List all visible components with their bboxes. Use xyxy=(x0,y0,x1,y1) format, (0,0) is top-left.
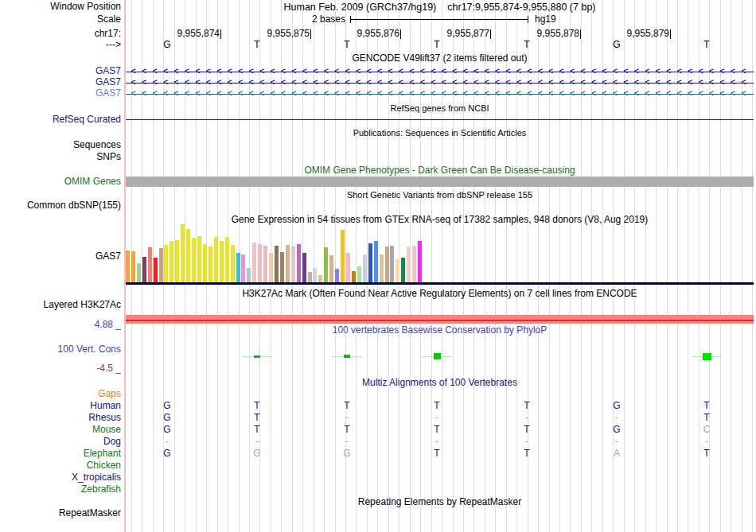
gtex-expression-bar[interactable] xyxy=(137,263,141,282)
sequence-base: T xyxy=(699,40,715,50)
track-label-repeatmasker[interactable]: RepeatMasker xyxy=(59,508,121,518)
gtex-expression-bar[interactable] xyxy=(225,237,229,282)
gtex-expression-bar[interactable] xyxy=(131,251,135,282)
gtex-expression-bar[interactable] xyxy=(154,258,158,282)
gtex-expression-bar[interactable] xyxy=(203,244,207,282)
track-label-gtex-gene[interactable]: GAS7 xyxy=(95,251,121,262)
gtex-expression-bar[interactable] xyxy=(363,254,367,282)
gtex-expression-bar[interactable] xyxy=(220,241,224,282)
gtex-expression-bar[interactable] xyxy=(308,272,312,282)
track-label-species-human[interactable]: Human xyxy=(90,401,121,411)
left-arrow-icon: < xyxy=(503,88,513,99)
gtex-expression-bar[interactable] xyxy=(148,247,152,282)
track-label-species-chicken[interactable]: Chicken xyxy=(87,460,121,471)
gtex-expression-bar[interactable] xyxy=(374,241,378,282)
gtex-expression-bar[interactable] xyxy=(396,259,399,282)
gtex-expression-bar[interactable] xyxy=(258,244,262,282)
gtex-expression-bar[interactable] xyxy=(170,241,173,282)
left-arrow-icon: < xyxy=(181,77,192,87)
multiz-base-elephant: T xyxy=(429,449,445,459)
gtex-expression-bar[interactable] xyxy=(280,252,284,282)
gtex-expression-bar[interactable] xyxy=(385,247,389,282)
gtex-expression-bar[interactable] xyxy=(159,248,163,282)
track-label-species-x_tropicalis[interactable]: X_tropicalis xyxy=(72,472,121,483)
left-arrow-icon: < xyxy=(470,66,481,76)
track-label-snps[interactable]: SNPs xyxy=(96,152,121,162)
gtex-expression-bar[interactable] xyxy=(197,236,201,282)
gtex-expression-bar[interactable] xyxy=(181,224,185,282)
track-label-gas7-3[interactable]: GAS7 xyxy=(95,88,121,99)
gtex-expression-bar[interactable] xyxy=(390,246,394,282)
coordinate-label: 9,955,878 xyxy=(537,29,579,39)
window-position-label: Window Position xyxy=(50,2,121,12)
left-arrow-icon: < xyxy=(417,77,427,87)
left-arrow-icon: < xyxy=(150,77,160,87)
gtex-expression-bar[interactable] xyxy=(252,243,256,282)
gtex-expression-bar[interactable] xyxy=(192,238,196,282)
gtex-expression-bar[interactable] xyxy=(275,246,279,282)
track-label-omim-genes[interactable]: OMIM Genes xyxy=(64,177,121,187)
left-arrow-icon: < xyxy=(171,77,181,87)
gtex-expression-bar[interactable] xyxy=(126,250,130,282)
gtex-expression-bar[interactable] xyxy=(142,257,146,282)
gtex-expression-bar[interactable] xyxy=(236,253,240,282)
gtex-expression-bar[interactable] xyxy=(263,246,267,282)
left-arrow-icon: < xyxy=(353,77,363,87)
gtex-expression-bar[interactable] xyxy=(318,275,322,282)
left-arrow-icon: < xyxy=(236,77,246,87)
left-arrow-icon: < xyxy=(513,88,524,99)
multiz-base-mouse: T xyxy=(429,425,445,435)
gtex-expression-bar[interactable] xyxy=(291,247,295,282)
gtex-expression-bar[interactable] xyxy=(357,266,361,282)
gtex-expression-bar[interactable] xyxy=(401,258,405,282)
left-arrow-icon: < xyxy=(364,77,374,87)
left-arrow-icon: < xyxy=(385,77,396,87)
gtex-expression-bar[interactable] xyxy=(297,244,301,282)
left-arrow-icon: < xyxy=(160,77,170,87)
track-label-gas7-2[interactable]: GAS7 xyxy=(95,77,121,87)
omim-gene-bar[interactable] xyxy=(126,177,754,187)
track-label-species-elephant[interactable]: Elephant xyxy=(84,449,121,459)
left-arrow-icon: < xyxy=(653,66,663,76)
left-arrow-icon: < xyxy=(342,77,353,87)
gtex-expression-bar[interactable] xyxy=(208,247,212,282)
gtex-expression-bar[interactable] xyxy=(214,237,218,282)
track-label-species-dog[interactable]: Dog xyxy=(103,437,121,447)
track-label-layered-h3k27ac[interactable]: Layered H3K27Ac xyxy=(44,300,121,310)
gtex-expression-bar[interactable] xyxy=(341,230,345,282)
track-label-common-dbsnp[interactable]: Common dbSNP(155) xyxy=(27,200,121,211)
gtex-expression-bar[interactable] xyxy=(352,271,356,282)
refseq-curated-line[interactable] xyxy=(126,119,754,120)
gtex-expression-bar[interactable] xyxy=(313,268,317,282)
left-arrow-icon: < xyxy=(160,66,170,76)
track-label-species-gaps[interactable]: Gaps xyxy=(98,389,121,399)
gtex-expression-bar[interactable] xyxy=(286,245,290,282)
gtex-expression-bar[interactable] xyxy=(231,245,235,282)
gtex-expression-bar[interactable] xyxy=(329,255,333,282)
gtex-expression-bar[interactable] xyxy=(368,243,372,282)
track-label-sequences[interactable]: Sequences xyxy=(73,140,121,150)
left-arrow-icon: < xyxy=(321,77,331,87)
gtex-expression-bar[interactable] xyxy=(380,254,384,282)
gtex-expression-bar[interactable] xyxy=(407,247,411,282)
track-label-refseq-curated[interactable]: RefSeq Curated xyxy=(53,115,121,125)
multiz-base-dog: - xyxy=(519,437,535,447)
gtex-expression-bar[interactable] xyxy=(247,268,251,282)
gtex-expression-bar[interactable] xyxy=(346,253,350,282)
track-label-species-rhesus[interactable]: Rhesus xyxy=(88,413,121,423)
gtex-expression-bar[interactable] xyxy=(186,229,190,282)
track-label-species-zebrafish[interactable]: Zebrafish xyxy=(81,484,121,495)
track-label-species-mouse[interactable]: Mouse xyxy=(92,425,121,435)
track-label-100-vert-cons[interactable]: 100 Vert. Cons xyxy=(58,344,121,355)
gtex-expression-bar[interactable] xyxy=(324,247,328,282)
gtex-expression-bar[interactable] xyxy=(269,253,273,282)
gtex-expression-bar[interactable] xyxy=(241,254,245,282)
gtex-expression-bar[interactable] xyxy=(302,253,306,282)
gtex-expression-bar[interactable] xyxy=(418,241,422,282)
gtex-expression-bar[interactable] xyxy=(335,269,339,282)
left-arrow-icon: < xyxy=(460,77,470,87)
gtex-expression-bar[interactable] xyxy=(164,245,168,282)
gtex-expression-bar[interactable] xyxy=(175,240,179,282)
gtex-expression-bar[interactable] xyxy=(412,246,416,282)
track-label-gas7-1[interactable]: GAS7 xyxy=(95,66,121,76)
